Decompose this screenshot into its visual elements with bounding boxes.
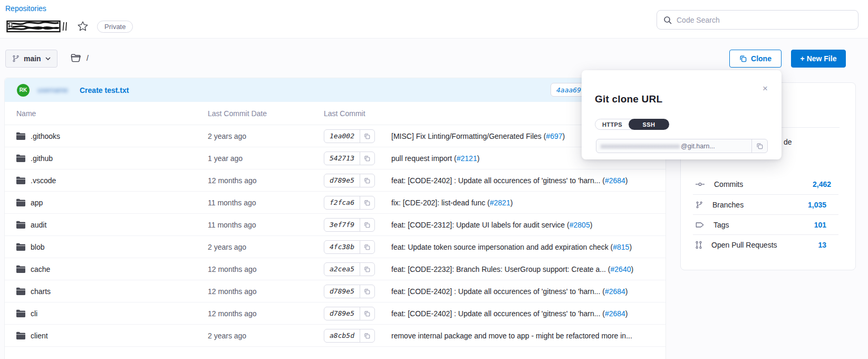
table-row[interactable]: cli 12 months ago d789e5 feat: [CODE-240…: [5, 303, 666, 325]
commit-hash[interactable]: f2fca6: [324, 199, 360, 206]
commit-hash-badge[interactable]: f2fca6: [324, 196, 375, 210]
pr-number-link[interactable]: #2821: [490, 199, 510, 207]
copy-hash-icon[interactable]: [360, 307, 374, 320]
pr-number-link[interactable]: #697: [546, 132, 562, 140]
commit-hash-badge[interactable]: 3ef7f9: [324, 218, 375, 232]
metadata-value[interactable]: 101: [814, 221, 826, 229]
clone-url-field[interactable]: xxxxxxxxxxxxxxxxxxxxxxxx @git.harn...: [596, 139, 768, 153]
file-name[interactable]: audit: [31, 221, 46, 229]
commit-author-redacted: username: [37, 86, 68, 94]
copy-hash-icon[interactable]: [360, 329, 374, 342]
pr-number-link[interactable]: #2640: [611, 265, 631, 273]
commit-hash-badge[interactable]: 4fc38b: [324, 240, 375, 254]
file-name[interactable]: .github: [31, 154, 53, 163]
pr-link-wrap: (#815): [611, 243, 632, 251]
metadata-row[interactable]: Open Pull Requests 13: [693, 234, 838, 254]
star-icon[interactable]: [76, 20, 90, 33]
copy-hash-icon[interactable]: [360, 263, 374, 276]
commit-hash-badge[interactable]: d789e5: [324, 285, 375, 298]
table-row[interactable]: audit 11 months ago 3ef7f9 feat: [CODE-2…: [5, 214, 666, 236]
copy-url-icon[interactable]: [751, 139, 767, 153]
copy-hash-icon[interactable]: [360, 241, 374, 253]
search-input[interactable]: [677, 16, 852, 24]
commit-icon: [696, 182, 705, 187]
clone-button-label: Clone: [751, 54, 771, 63]
file-name[interactable]: charts: [31, 287, 51, 296]
metadata-row[interactable]: Branches 1,035: [693, 194, 838, 214]
metadata-value[interactable]: 2,462: [813, 180, 831, 188]
commit-hash[interactable]: a8cb5d: [324, 332, 360, 339]
commit-hash-badge[interactable]: a8cb5d: [324, 329, 375, 343]
table-row[interactable]: blob 2 years ago 4fc38b feat: Update tok…: [5, 236, 666, 258]
breadcrumb-repositories[interactable]: Repositories: [5, 4, 46, 13]
file-name[interactable]: cli: [31, 309, 37, 318]
commit-hash[interactable]: 4aaa69: [551, 86, 586, 94]
table-row[interactable]: client 2 years ago a8cb5d remove interna…: [5, 325, 666, 347]
commit-hash-badge[interactable]: d789e5: [324, 174, 375, 187]
pr-number-link[interactable]: #2121: [457, 154, 477, 163]
copy-hash-icon[interactable]: [360, 196, 374, 209]
close-icon[interactable]: ×: [763, 84, 768, 93]
last-commit-date: 1 year ago: [208, 154, 324, 163]
file-name[interactable]: .vscode: [31, 176, 56, 185]
commit-hash[interactable]: 542713: [324, 154, 360, 162]
table-row[interactable]: .githooks 2 years ago 1ea002 [MISC] Fix …: [5, 125, 666, 147]
code-search-box[interactable]: [657, 10, 859, 30]
copy-hash-icon[interactable]: [360, 130, 374, 143]
commit-hash[interactable]: d789e5: [324, 287, 360, 295]
commit-hash[interactable]: 1ea002: [324, 132, 360, 140]
folder-icon: [16, 332, 25, 339]
folder-icon: [16, 243, 25, 251]
latest-commit-banner: RK username Create test.txt 4aaa69: [5, 78, 666, 102]
last-commit-date: 12 months ago: [208, 176, 324, 185]
commit-hash[interactable]: d789e5: [324, 176, 360, 184]
file-name[interactable]: .githooks: [31, 132, 60, 140]
copy-hash-icon[interactable]: [360, 219, 374, 231]
file-name[interactable]: blob: [31, 243, 44, 251]
table-row[interactable]: app 11 months ago f2fca6 fix: [CDE-202]:…: [5, 192, 666, 214]
pr-number-link[interactable]: #2805: [570, 221, 590, 229]
commit-hash-badge[interactable]: 542713: [324, 152, 375, 165]
folder-icon: [16, 154, 25, 162]
commit-hash-badge[interactable]: a2cea5: [324, 262, 375, 276]
commit-hash-badge[interactable]: 1ea002: [324, 129, 375, 143]
commit-message: feat: [CODE-2402] : Update all occurence…: [391, 287, 600, 296]
path-root[interactable]: /: [86, 54, 89, 62]
repo-title-row: Private: [6, 20, 133, 33]
copy-hash-icon[interactable]: [360, 285, 374, 298]
table-header-row: Name Last Commit Date Last Commit: [5, 102, 666, 125]
branch-selector[interactable]: main: [5, 50, 57, 68]
new-file-button[interactable]: + New File: [791, 50, 846, 68]
latest-commit-message-link[interactable]: Create test.txt: [80, 86, 129, 95]
file-name[interactable]: app: [31, 199, 43, 207]
commit-hash[interactable]: 3ef7f9: [324, 221, 360, 229]
table-row[interactable]: charts 12 months ago d789e5 feat: [CODE-…: [5, 280, 666, 303]
metadata-row[interactable]: Commits 2,462: [681, 174, 855, 194]
metadata-value[interactable]: 13: [818, 241, 826, 249]
clone-button[interactable]: Clone: [729, 50, 782, 68]
pr-number-link[interactable]: #815: [613, 243, 629, 251]
file-name[interactable]: cache: [31, 265, 50, 273]
file-name[interactable]: client: [31, 332, 48, 340]
commit-message: feat: [CODE-2312]: Update UI labels for …: [391, 221, 565, 229]
commit-hash[interactable]: a2cea5: [324, 265, 360, 273]
pr-link-wrap: (#697): [544, 132, 565, 140]
repo-name-redacted: [6, 20, 69, 33]
last-commit-date: 12 months ago: [208, 265, 324, 273]
commit-hash-badge[interactable]: d789e5: [324, 307, 375, 320]
table-row[interactable]: .github 1 year ago 542713 pull request i…: [5, 147, 666, 169]
pr-number-link[interactable]: #2684: [605, 309, 625, 318]
table-row[interactable]: .vscode 12 months ago d789e5 feat: [CODE…: [5, 169, 666, 192]
metadata-value[interactable]: 1,035: [808, 201, 826, 209]
commit-hash[interactable]: 4fc38b: [324, 243, 360, 251]
copy-hash-icon[interactable]: [360, 174, 374, 187]
commit-hash[interactable]: d789e5: [324, 309, 360, 317]
table-row[interactable]: cache 12 months ago a2cea5 feat: [CODE-2…: [5, 258, 666, 280]
toggle-ssh[interactable]: SSH: [629, 119, 669, 130]
pr-number-link[interactable]: #2684: [605, 287, 625, 296]
pr-link-wrap: (#2805): [567, 221, 592, 229]
toggle-https[interactable]: HTTPS: [595, 119, 629, 129]
copy-hash-icon[interactable]: [360, 152, 374, 165]
metadata-row[interactable]: Tags 101: [693, 214, 838, 234]
pr-number-link[interactable]: #2684: [605, 176, 625, 185]
